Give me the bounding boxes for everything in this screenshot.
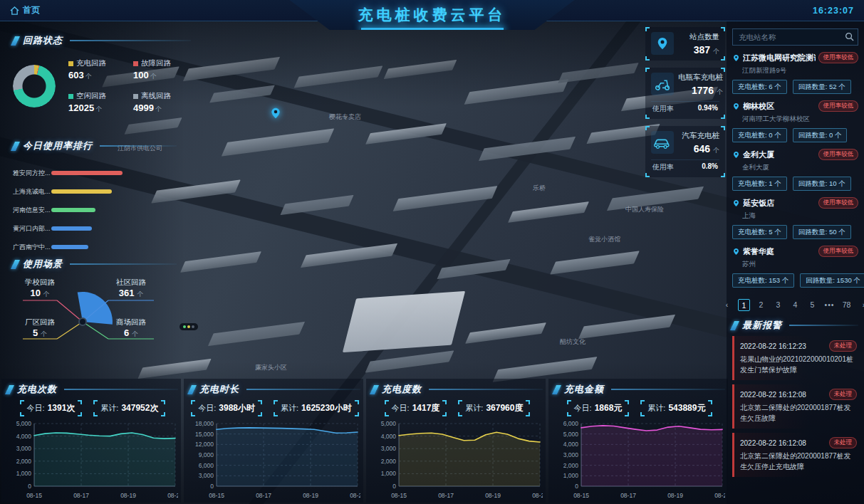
pagination-page[interactable]: 2 — [755, 299, 767, 311]
station-name: 紫誉华庭 — [743, 246, 816, 257]
ranking-bar — [51, 208, 95, 212]
circuit-legend-item: 空闲回路12025个 — [68, 91, 126, 114]
corner-bracket — [625, 400, 629, 404]
legend-swatch — [133, 61, 138, 66]
svg-text:08-19: 08-19 — [667, 492, 683, 499]
station-name: 金利大厦 — [743, 149, 816, 160]
station-list-item[interactable]: 金利大厦使用率较低金利大厦充电桩数: 1 个回路数量: 10 个 — [732, 142, 858, 191]
ranking-bar — [51, 245, 88, 249]
map-building — [222, 128, 335, 156]
panel-latest-alarms: 最新报警 2022-08-22 16:12:23未处理花果山物业的2021022… — [732, 319, 858, 477]
alarm-item[interactable]: 2022-08-22 16:12:23未处理花果山物业的202102200001… — [732, 336, 858, 380]
svg-text:08-21: 08-21 — [350, 492, 360, 499]
svg-text:08-19: 08-19 — [303, 492, 318, 499]
chart-stats: 今日:1417度累计:367960度 — [372, 400, 543, 416]
alarm-message: 北京第二保障处的2020001877桩发生欠压故障 — [740, 403, 857, 424]
pagination-next[interactable]: › — [858, 299, 864, 311]
corner-bracket — [161, 400, 165, 404]
corner-bracket — [93, 412, 98, 416]
station-pin-icon — [732, 199, 740, 207]
pile-count-tag: 充电桩数: 6 个 — [732, 80, 787, 94]
circuit-count-tag: 回路数量: 52 个 — [793, 80, 851, 94]
alarm-message: 花果山物业的2021022000010201桩发生门禁保护故障 — [740, 355, 857, 375]
map-place-label: 樱花专卖店 — [329, 112, 361, 122]
legend-value: 603个 — [68, 70, 126, 81]
pagination-page[interactable]: 78 — [840, 299, 853, 311]
circuit-count-tag: 回路数量: 0 个 — [793, 128, 848, 142]
home-button[interactable]: 首页 — [10, 4, 40, 16]
corner-bracket — [645, 27, 650, 31]
alarm-time: 2022-08-22 16:12:08 — [740, 391, 806, 399]
section-line — [70, 263, 177, 265]
pagination-page[interactable]: 4 — [789, 299, 801, 311]
svg-text:1,000: 1,000 — [563, 472, 579, 479]
legend-swatch — [68, 94, 73, 99]
line-chart: 03,0006,0009,00012,00015,00018,00008-150… — [189, 419, 360, 503]
corner-bracket — [93, 400, 98, 404]
location-pin-icon — [651, 32, 674, 55]
corner-bracket — [567, 412, 571, 416]
stat-value: 387 个 — [678, 44, 719, 56]
legend-label: 空闲回路 — [76, 91, 106, 101]
map-place-label: 中国人寿保险 — [625, 205, 664, 214]
rate-label: 使用率 — [652, 104, 674, 114]
svg-text:15,000: 15,000 — [195, 431, 214, 438]
legend-label: 故障回路 — [141, 58, 171, 68]
station-list-item[interactable]: 柳林校区使用率较低河南理工大学柳林校区充电桩数: 0 个回路数量: 0 个 — [732, 94, 858, 142]
svg-text:9,000: 9,000 — [199, 451, 214, 458]
svg-text:0: 0 — [28, 483, 31, 490]
svg-text:0: 0 — [392, 483, 396, 490]
section-line — [100, 145, 177, 147]
alarm-item[interactable]: 2022-08-22 16:12:08未处理北京第二保障处的2020001877… — [732, 433, 858, 477]
pagination-page[interactable]: 5 — [806, 299, 818, 311]
chart-title: 充电金额 — [564, 383, 604, 396]
svg-text:3,000: 3,000 — [16, 445, 32, 452]
svg-text:2,000: 2,000 — [563, 462, 579, 469]
corner-bracket — [20, 412, 24, 416]
ranking-bar — [51, 171, 123, 175]
svg-text:5,000: 5,000 — [563, 431, 579, 438]
total-stat: 累计:347952次 — [93, 400, 165, 416]
total-stat: 累计:1625230小时 — [274, 400, 359, 416]
ranking-row: 河南信息安... — [13, 201, 177, 219]
svg-text:08-17: 08-17 — [620, 492, 636, 499]
corner-bracket — [640, 412, 645, 416]
circuit-legend-item: 离线回路4999个 — [133, 91, 191, 114]
map-station-pin[interactable] — [269, 107, 282, 120]
today-stat: 今日:3988小时 — [191, 400, 262, 416]
svg-text:5,000: 5,000 — [381, 420, 397, 427]
station-list-item[interactable]: 紫誉华庭使用率较低苏州充电桩数: 153 个回路数量: 1530 个 — [732, 239, 858, 288]
alarm-unhandled-badge: 未处理 — [829, 389, 858, 400]
station-search-input[interactable] — [732, 28, 858, 46]
station-list-item[interactable]: 江苏微电网研究院测试使用率较低江阴新澄路9号充电桩数: 6 个回路数量: 52 … — [732, 46, 858, 94]
alarm-item[interactable]: 2022-08-22 16:12:08未处理北京第二保障处的2020001877… — [732, 384, 858, 429]
legend-swatch — [133, 94, 138, 99]
corner-bracket — [78, 412, 82, 416]
svg-text:08-19: 08-19 — [120, 492, 136, 499]
map-building — [301, 243, 397, 268]
ranking-label: 上海兆诚电... — [13, 187, 51, 196]
pagination-page[interactable]: 1 — [738, 299, 750, 311]
total-stat: 累计:543889元 — [640, 400, 712, 416]
pagination-page[interactable]: 3 — [772, 299, 784, 311]
svg-text:4,000: 4,000 — [381, 433, 397, 440]
stat-rate-row: 使用率0.94% — [651, 101, 719, 115]
rate-value: 0.8% — [702, 162, 718, 172]
svg-text:08-15: 08-15 — [209, 492, 224, 499]
section-line — [611, 389, 725, 390]
legend-value: 100个 — [133, 70, 191, 81]
chart-stats: 今日:3988小时累计:1625230小时 — [189, 400, 360, 416]
svg-text:4,000: 4,000 — [563, 441, 579, 448]
corner-bracket — [708, 412, 712, 416]
line-chart: 01,0002,0003,0004,0005,0006,00008-1508-1… — [554, 419, 725, 503]
chart-panel-3: 充电度数今日:1417度累计:367960度01,0002,0003,0004,… — [366, 379, 546, 503]
search-icon[interactable] — [845, 32, 854, 41]
pagination-prev[interactable]: ‹ — [721, 299, 733, 311]
corner-bracket — [258, 412, 262, 416]
scene-hub — [79, 318, 86, 325]
svg-text:6,000: 6,000 — [563, 420, 579, 427]
svg-text:3,000: 3,000 — [381, 445, 397, 452]
station-list-item[interactable]: 延安饭店使用率较低上海充电桩数: 5 个回路数量: 50 个 — [732, 191, 858, 239]
legend-label: 离线回路 — [141, 91, 171, 101]
corner-bracket — [258, 400, 262, 404]
